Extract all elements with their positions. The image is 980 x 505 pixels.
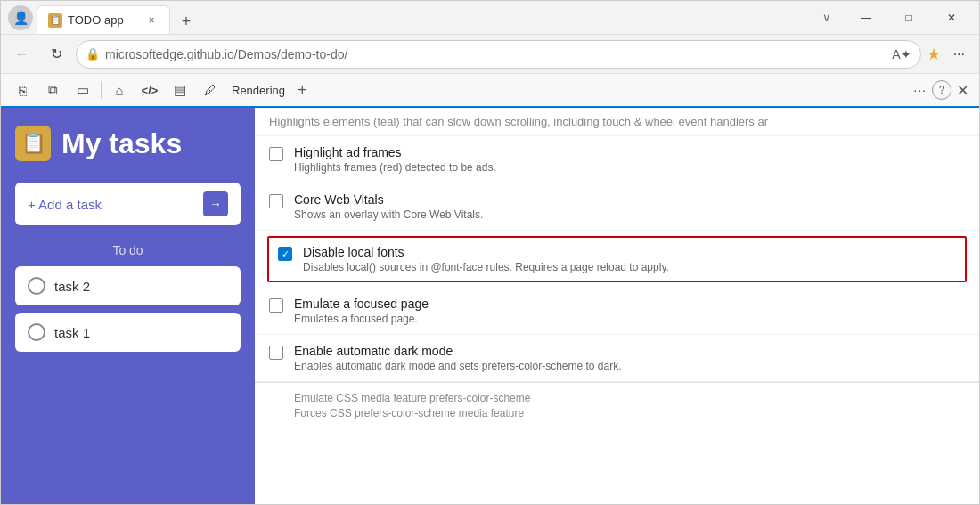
rendering-panel: Highlights elements (teal) that can slow… [255, 108, 979, 504]
devtools-more-button[interactable]: ··· [910, 83, 930, 97]
minimize-button[interactable]: — [845, 4, 886, 32]
truncated-item: Highlights elements (teal) that can slow… [255, 108, 979, 136]
restore-button[interactable]: □ [888, 4, 929, 32]
devtools-close-button[interactable]: ✕ [953, 78, 972, 102]
address-domain: microsoftedge.github.io [105, 47, 234, 61]
favorites-button[interactable]: ★ [927, 45, 941, 64]
content-area: 📋 My tasks + Add a task → To do task 2 t… [1, 108, 979, 504]
disable-local-fonts-desc: Disables local() sources in @font-face r… [303, 261, 956, 273]
devtools-network-button[interactable]: ▤ [166, 77, 194, 102]
title-bar: 👤 📋 TODO app × + ∨ — □ ✕ [1, 1, 979, 35]
auto-dark-mode-checkbox[interactable] [269, 346, 283, 360]
bottom-item-2: Forces CSS prefers-color-scheme media fe… [294, 407, 965, 419]
close-button[interactable]: ✕ [931, 4, 972, 32]
lock-icon: 🔒 [86, 47, 100, 61]
devtools-device-button[interactable]: ⧉ [38, 77, 67, 102]
core-web-vitals-checkbox[interactable] [269, 194, 283, 208]
core-web-vitals-block: Core Web Vitals Shows an overlay with Co… [294, 192, 965, 221]
profile-icon[interactable]: 👤 [8, 5, 33, 30]
core-web-vitals-title: Core Web Vitals [294, 192, 965, 207]
devtools-source-button[interactable]: </> [135, 77, 164, 102]
chevron-buttons: ∨ [819, 9, 835, 26]
core-web-vitals-desc: Shows an overlay with Core Web Vitals. [294, 208, 965, 221]
task-circle-2 [28, 277, 45, 295]
highlighted-item-wrapper: ✓ Disable local fonts Disables local() s… [255, 231, 979, 288]
devtools-home-button[interactable]: ⌂ [105, 77, 134, 102]
new-tab-button[interactable]: + [174, 9, 199, 34]
address-text: microsoftedge.github.io/Demos/demo-to-do… [105, 47, 883, 61]
truncated-text: Highlights elements (teal) that can slow… [269, 115, 768, 128]
tab-title: TODO app [68, 13, 139, 27]
back-button[interactable]: ← [8, 40, 37, 69]
active-tab[interactable]: 📋 TODO app × [37, 5, 170, 34]
auto-dark-mode-title: Enable automatic dark mode [294, 344, 965, 358]
emulate-focused-page-title: Emulate a focused page [294, 297, 965, 311]
app-logo: 📋 [15, 126, 51, 161]
refresh-button[interactable]: ↻ [42, 40, 70, 69]
devtools-toolbar: ⎘ ⧉ ▭ ⌂ </> ▤ 🖊 Rendering + ··· ? ✕ [1, 74, 979, 108]
list-item: Highlight ad frames Highlights frames (r… [255, 136, 979, 183]
panel-content[interactable]: Highlights elements (teal) that can slow… [255, 108, 979, 504]
disable-local-fonts-title: Disable local fonts [303, 245, 956, 259]
navigation-bar: ← ↻ 🔒 microsoftedge.github.io/Demos/demo… [1, 35, 979, 74]
list-item: Core Web Vitals Shows an overlay with Co… [255, 183, 979, 231]
more-options-button[interactable]: ··· [946, 43, 972, 66]
bottom-item-1: Emulate CSS media feature prefers-color-… [294, 392, 965, 404]
window-controls: — □ ✕ [845, 4, 972, 32]
list-item: Emulate a focused page Emulates a focuse… [255, 288, 979, 335]
task-text-2: task 2 [54, 279, 90, 294]
tab-close-button[interactable]: × [144, 13, 159, 28]
read-aloud-button[interactable]: A✦ [892, 47, 911, 61]
auto-dark-mode-desc: Enables automatic dark mode and sets pre… [294, 360, 965, 372]
devtools-help-button[interactable]: ? [932, 80, 951, 100]
disable-local-fonts-block: Disable local fonts Disables local() sou… [303, 245, 956, 273]
browser-window: 👤 📋 TODO app × + ∨ — □ ✕ ← ↻ 🔒 microsoft… [0, 0, 980, 505]
add-task-label: + Add a task [28, 197, 102, 212]
toolbar-separator-1 [101, 81, 102, 99]
highlight-ad-frames-block: Highlight ad frames Highlights frames (r… [294, 145, 965, 174]
emulate-focused-page-checkbox[interactable] [269, 298, 283, 313]
auto-dark-mode-block: Enable automatic dark mode Enables autom… [294, 344, 965, 372]
disable-local-fonts-item: ✓ Disable local fonts Disables local() s… [267, 236, 967, 282]
disable-local-fonts-checkbox[interactable]: ✓ [278, 247, 292, 261]
highlight-ad-frames-checkbox[interactable] [269, 147, 283, 161]
devtools-rendering-icon[interactable]: 🖊 [196, 77, 225, 102]
emulate-focused-page-block: Emulate a focused page Emulates a focuse… [294, 297, 965, 325]
task-circle-1 [28, 323, 45, 341]
tabs-area: 📋 TODO app × + [37, 1, 815, 34]
app-title: My tasks [61, 127, 182, 160]
address-bar[interactable]: 🔒 microsoftedge.github.io/Demos/demo-to-… [76, 40, 921, 69]
app-header: 📋 My tasks [15, 126, 241, 161]
highlight-ad-frames-title: Highlight ad frames [294, 145, 965, 159]
devtools-rendering-label[interactable]: Rendering [226, 84, 290, 97]
chevron-down-icon[interactable]: ∨ [819, 9, 835, 26]
highlight-ad-frames-desc: Highlights frames (red) detected to be a… [294, 161, 965, 174]
devtools-inspect-button[interactable]: ⎘ [8, 77, 37, 102]
add-task-arrow-icon: → [203, 191, 228, 216]
task-item-2[interactable]: task 2 [15, 266, 241, 305]
address-path: /Demos/demo-to-do/ [234, 47, 348, 61]
app-sidebar: 📋 My tasks + Add a task → To do task 2 t… [1, 108, 255, 504]
bottom-section: Emulate CSS media feature prefers-color-… [255, 382, 979, 431]
list-item: Enable automatic dark mode Enables autom… [255, 335, 979, 382]
task-item-1[interactable]: task 1 [15, 313, 241, 352]
devtools-add-panel-button[interactable]: + [292, 81, 313, 100]
section-label: To do [15, 243, 241, 257]
add-task-button[interactable]: + Add a task → [15, 183, 241, 225]
tab-favicon: 📋 [48, 13, 62, 28]
task-text-1: task 1 [54, 325, 90, 340]
devtools-panel-button[interactable]: ▭ [69, 77, 97, 102]
emulate-focused-page-desc: Emulates a focused page. [294, 313, 965, 325]
